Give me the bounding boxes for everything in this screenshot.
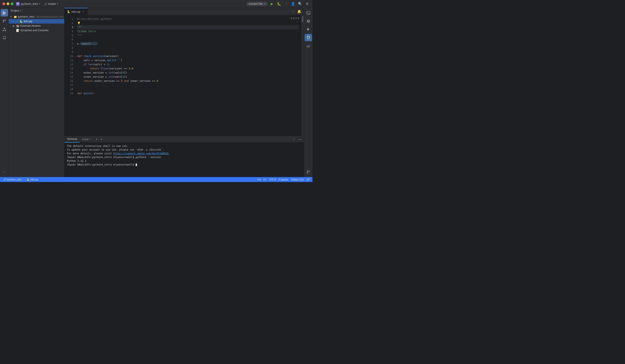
right-icon-debug[interactable] bbox=[305, 34, 312, 41]
tab-python-icon: 🐍 bbox=[67, 10, 70, 13]
line-num-11: 11 bbox=[65, 58, 73, 62]
tree-item-scratches[interactable]: 📝 Scratches and Consoles bbox=[9, 28, 64, 33]
minimize-button[interactable] bbox=[7, 2, 9, 5]
tab-intro-py[interactable]: 🐍 intro.py ✕ bbox=[64, 8, 88, 15]
line-num-10: 10 bbox=[65, 54, 73, 58]
settings-button[interactable]: ⚙ bbox=[304, 1, 310, 7]
terminal-line-3: For more details, please visit https://s… bbox=[67, 152, 301, 155]
tree-root-sublabel: ~/Downloads/pycharm_intro bbox=[35, 15, 64, 18]
terminal-tabs-chevron[interactable]: ▾ bbox=[99, 137, 104, 142]
search-everywhere-button[interactable]: 🔍 bbox=[297, 1, 303, 7]
statusbar-indent-label: 4 spaces bbox=[279, 178, 288, 181]
sidebar-icon-vcs[interactable] bbox=[0, 17, 8, 25]
statusbar-position[interactable]: 3:4 bbox=[256, 178, 262, 181]
svg-rect-2 bbox=[3, 13, 5, 14]
terminal-link[interactable]: https://support.apple.com/kb/HT208050 bbox=[113, 152, 168, 155]
tree-item-ext-libs[interactable]: ▶ 📚 External Libraries bbox=[9, 24, 64, 28]
editor-scrollbar[interactable] bbox=[301, 15, 304, 136]
left-sidebar: ··· bbox=[0, 8, 9, 177]
sidebar-icon-project[interactable] bbox=[0, 9, 8, 17]
statusbar-file[interactable]: 🐍 intro.py bbox=[25, 177, 39, 182]
project-selector[interactable]: PI pycharm_intro ▾ bbox=[16, 2, 40, 6]
project-name: pycharm_intro bbox=[21, 2, 38, 5]
terminal-content[interactable]: The default interactive shell is now zsh… bbox=[64, 143, 304, 177]
tab-local[interactable]: Local ✕ bbox=[80, 136, 94, 143]
scratches-icon: 📝 bbox=[16, 29, 19, 32]
maximize-button[interactable] bbox=[11, 2, 13, 5]
terminal-panel-actions: ⋮ — bbox=[291, 137, 304, 142]
new-terminal-button[interactable]: + bbox=[94, 137, 99, 142]
svg-rect-9 bbox=[5, 30, 6, 31]
warning-indicator[interactable]: ⚠ 2 ∧ ∨ bbox=[290, 17, 300, 20]
sidebar-icon-bookmarks[interactable] bbox=[0, 34, 8, 41]
tree-item-intro-py[interactable]: 🐍 intro.py bbox=[9, 19, 64, 24]
account-button[interactable]: 👤 bbox=[290, 1, 296, 7]
statusbar-vcs-icon: ⎇ bbox=[3, 178, 6, 181]
warning-icon: ⚠ bbox=[290, 17, 293, 20]
code-line-2: 💡 bbox=[77, 21, 299, 25]
project-panel-header[interactable]: Project ▾ bbox=[9, 8, 64, 14]
sidebar-icon-more[interactable]: ··· bbox=[0, 168, 8, 176]
statusbar-file-label: intro.py bbox=[30, 178, 38, 181]
code-line-1: #!/usr/bin/env python3 bbox=[77, 17, 299, 21]
warning-down-icon[interactable]: ∨ bbox=[298, 17, 300, 20]
terminal-minimize-button[interactable]: — bbox=[297, 137, 302, 142]
statusbar-language[interactable]: Python 3.12 bbox=[290, 178, 305, 181]
code-content[interactable]: #!/usr/bin/env python3 💡 """ CS106A Intr… bbox=[75, 15, 301, 136]
tab-label: intro.py bbox=[71, 10, 80, 13]
tab-terminal[interactable]: Terminal bbox=[64, 136, 80, 143]
code-line-3: """ bbox=[77, 25, 299, 29]
line-num-19: 19 bbox=[65, 91, 73, 95]
local-tab-close[interactable]: ✕ bbox=[90, 138, 92, 141]
statusbar-share[interactable] bbox=[306, 178, 311, 181]
right-icon-run[interactable] bbox=[305, 26, 312, 33]
more-actions-button[interactable]: ⋮ bbox=[283, 1, 289, 7]
terminal-line-4: (base) DNa1c437c:pycharm_intro elysecorn… bbox=[67, 155, 301, 159]
line-num-5: 5 bbox=[65, 33, 73, 38]
titlebar-actions: ▶ 🐛 ⋮ 👤 🔍 ⚙ bbox=[269, 1, 310, 7]
right-icon-git[interactable] bbox=[305, 168, 312, 176]
right-icon-profiler[interactable] bbox=[305, 42, 312, 50]
right-icon-terminal[interactable] bbox=[305, 9, 312, 17]
warning-nav[interactable]: ∧ ∨ bbox=[295, 17, 300, 20]
run-config-selector[interactable]: Current File ▾ bbox=[247, 2, 267, 6]
code-line-16: return outer_version >= 3 and inner_vers… bbox=[77, 79, 299, 83]
tab-close-button[interactable]: ✕ bbox=[82, 10, 85, 13]
editor-tabs: 🐍 intro.py ✕ ⋮ 🔔 bbox=[64, 8, 304, 15]
terminal-line-2: To update your account to use zsh, pleas… bbox=[67, 148, 301, 152]
debug-button[interactable]: 🐛 bbox=[276, 1, 282, 7]
code-line-18 bbox=[77, 87, 299, 91]
code-line-15: inner_version = int(vals[1]) bbox=[77, 75, 299, 79]
warning-up-icon[interactable]: ∧ bbox=[295, 17, 297, 20]
statusbar-linesep[interactable]: LF bbox=[262, 178, 267, 181]
project-tree: ▾ 📁 pycharm_intro ~/Downloads/pycharm_in… bbox=[9, 14, 64, 177]
vcs-selector[interactable]: ⎇ master ▾ bbox=[43, 2, 58, 5]
right-icon-layers[interactable] bbox=[305, 17, 312, 25]
tree-item-root[interactable]: ▾ 📁 pycharm_intro ~/Downloads/pycharm_in… bbox=[9, 14, 64, 19]
statusbar-project[interactable]: ⎇ pycharm_intro bbox=[2, 177, 23, 182]
statusbar-position-label: 3:4 bbox=[257, 178, 261, 181]
svg-marker-11 bbox=[307, 28, 310, 31]
project-panel: Project ▾ ▾ 📁 pycharm_intro ~/Downloads/… bbox=[9, 8, 64, 177]
close-button[interactable] bbox=[2, 2, 5, 5]
line-num-8: 8 bbox=[65, 46, 73, 50]
run-button[interactable]: ▶ bbox=[269, 1, 275, 7]
project-label: Project bbox=[11, 9, 19, 12]
run-config-dropdown-icon: ▾ bbox=[264, 3, 265, 5]
line-num-12: 12 bbox=[65, 62, 73, 66]
statusbar-indent[interactable]: 4 spaces bbox=[278, 178, 290, 181]
line-num-17: 17 bbox=[65, 83, 73, 87]
code-line-19: def main(): bbox=[77, 91, 299, 95]
branch-dropdown-icon: ▾ bbox=[57, 3, 58, 5]
tree-chevron-root: ▾ bbox=[10, 15, 14, 18]
code-editor-wrapper: 1 2 3 4 5 6 7 8 9 10 11 12 13 14 15 16 1 bbox=[64, 15, 304, 136]
svg-rect-3 bbox=[3, 14, 5, 14]
terminal-more-button[interactable]: ⋮ bbox=[291, 137, 296, 142]
tab-recent-files-button[interactable]: ⋮ bbox=[291, 9, 296, 14]
notifications-bell[interactable]: 🔔 bbox=[296, 9, 302, 14]
statusbar-encoding[interactable]: UTF-8 bbox=[268, 178, 277, 181]
right-sidebar bbox=[304, 8, 312, 177]
library-icon: 📚 bbox=[16, 24, 19, 28]
line-num-14: 14 bbox=[65, 71, 73, 75]
sidebar-icon-structure[interactable] bbox=[0, 26, 8, 33]
